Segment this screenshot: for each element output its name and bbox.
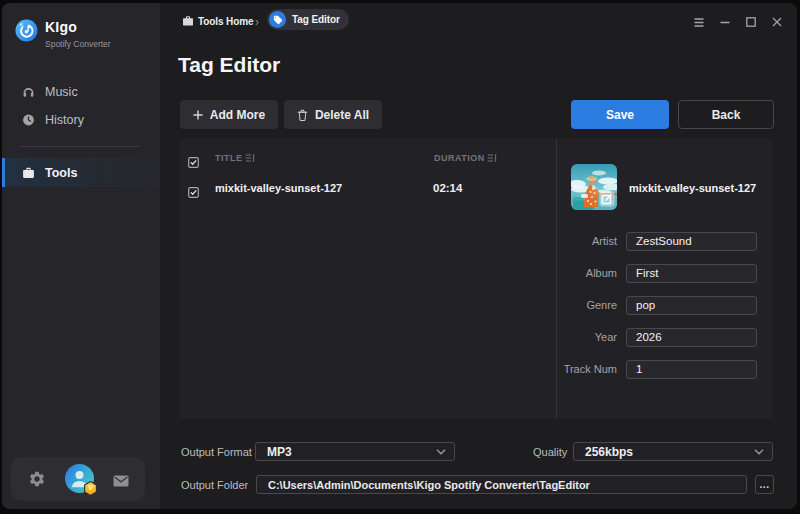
sidebar-dock: V: [11, 457, 145, 501]
detail-track-title: mixkit-valley-sunset-127: [629, 182, 756, 194]
column-header-duration[interactable]: DURATION: [434, 153, 485, 163]
page-title: Tag Editor: [178, 53, 280, 77]
sort-title-icon[interactable]: [245, 153, 255, 163]
output-format-select[interactable]: MP3: [255, 442, 455, 461]
output-folder-path: C:\Users\Admin\Documents\Kigo Spotify Co…: [268, 479, 590, 491]
output-format-label: Output Format: [181, 443, 252, 462]
menu-button[interactable]: [694, 15, 704, 29]
briefcase-icon: [22, 166, 35, 180]
sort-duration-icon[interactable]: [487, 153, 497, 163]
account-avatar[interactable]: V: [65, 464, 94, 493]
quality-label: Quality: [533, 443, 567, 462]
sidebar: KIgo Spotify Converter Music His: [2, 3, 160, 509]
edit-artwork-icon[interactable]: [599, 191, 615, 207]
sidebar-item-music[interactable]: Music: [2, 78, 160, 106]
active-indicator: [2, 158, 5, 187]
album-field[interactable]: First: [626, 264, 757, 283]
year-field[interactable]: 2026: [626, 328, 757, 347]
browse-folder-button[interactable]: ...: [755, 475, 774, 494]
row-duration: 02:14: [433, 182, 462, 194]
clock-icon: [22, 113, 35, 127]
track-panel: TITLE DURATION mixkit-valley-sunset-127 …: [180, 139, 772, 419]
headphones-icon: [22, 85, 35, 99]
vip-badge: V: [83, 481, 98, 496]
tracknum-field[interactable]: 1: [626, 360, 757, 379]
breadcrumb-tools-home[interactable]: Tools Home: [182, 15, 254, 27]
column-header-title[interactable]: TITLE: [215, 153, 243, 163]
chevron-down-icon: [436, 449, 446, 455]
maximize-button[interactable]: [746, 15, 756, 29]
window-controls: [678, 15, 782, 29]
quality-select[interactable]: 256kbps: [573, 442, 773, 461]
field-label-tracknum: Track Num: [527, 360, 617, 379]
app-logo-icon: [15, 19, 38, 42]
sidebar-item-history[interactable]: History: [2, 106, 160, 134]
sidebar-item-tools[interactable]: Tools: [2, 158, 160, 187]
app-window: KIgo Spotify Converter Music His: [2, 3, 797, 509]
breadcrumb-separator: ›: [255, 15, 259, 29]
row-title[interactable]: mixkit-valley-sunset-127: [215, 182, 342, 194]
sidebar-divider: [19, 146, 140, 147]
plus-icon: [193, 110, 203, 120]
settings-button[interactable]: [28, 470, 46, 488]
genre-field[interactable]: pop: [626, 296, 757, 315]
tag-icon: [269, 11, 286, 28]
minimize-button[interactable]: [720, 15, 730, 29]
vip-badge-letter: V: [83, 484, 98, 491]
trash-icon: [297, 109, 308, 121]
select-all-checkbox[interactable]: [188, 154, 199, 165]
add-more-label: Add More: [210, 108, 265, 122]
delete-all-button[interactable]: Delete All: [284, 100, 382, 129]
add-more-button[interactable]: Add More: [180, 100, 278, 129]
output-folder-label: Output Folder: [181, 476, 248, 495]
app-subtitle: Spotify Converter: [45, 39, 111, 49]
app-brand: KIgo Spotify Converter: [15, 19, 111, 49]
mail-button[interactable]: [113, 473, 129, 485]
chevron-down-icon: [754, 449, 764, 455]
field-label-year: Year: [527, 328, 617, 347]
output-format-value: MP3: [267, 445, 292, 459]
sidebar-item-label: Tools: [45, 166, 77, 180]
field-label-album: Album: [527, 264, 617, 283]
breadcrumb-home-label: Tools Home: [198, 16, 254, 27]
close-button[interactable]: [772, 15, 782, 29]
field-label-genre: Genre: [527, 296, 617, 315]
app-name: KIgo: [45, 19, 111, 35]
quality-value: 256kbps: [585, 445, 633, 459]
briefcase-icon: [182, 15, 194, 27]
save-button[interactable]: Save: [571, 100, 669, 129]
output-folder-input[interactable]: C:\Users\Admin\Documents\Kigo Spotify Co…: [256, 475, 747, 494]
back-button[interactable]: Back: [678, 100, 774, 129]
artist-field[interactable]: ZestSound: [626, 232, 757, 251]
breadcrumb-current-label: Tag Editor: [292, 14, 340, 25]
row-checkbox[interactable]: [188, 184, 199, 195]
breadcrumb-tag-editor[interactable]: Tag Editor: [267, 9, 349, 30]
delete-all-label: Delete All: [315, 108, 369, 122]
field-label-artist: Artist: [527, 232, 617, 251]
sidebar-item-label: History: [45, 113, 84, 127]
album-art[interactable]: [571, 164, 617, 210]
sidebar-item-label: Music: [45, 85, 78, 99]
